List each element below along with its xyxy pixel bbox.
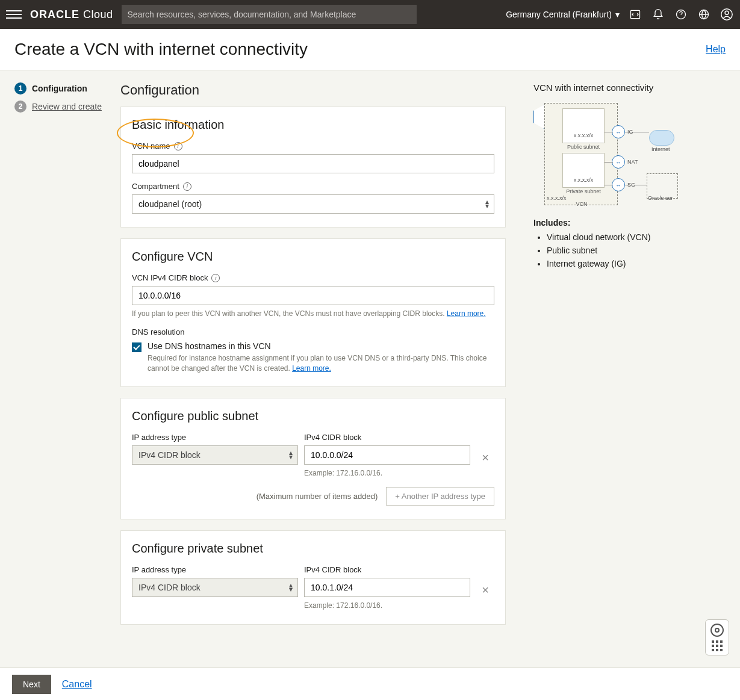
page-title-row: Create a VCN with internet connectivity … (0, 29, 740, 70)
chevron-down-icon: ▾ (615, 10, 620, 19)
step-label: Review and create (32, 102, 102, 111)
footer-bar: Next Cancel (0, 667, 740, 673)
vcn-cidr-label: VCN IPv4 CIDR block (132, 273, 208, 282)
dns-checkbox[interactable] (132, 342, 141, 352)
diagram-label: Oracle ser (648, 195, 673, 201)
step-review[interactable]: 2 Review and create (14, 101, 120, 113)
card-private-subnet: Configure private subnet IP address type… (120, 530, 506, 625)
chevron-updown-icon: ▴▾ (485, 200, 489, 208)
help-link[interactable]: Help (706, 44, 726, 55)
learn-more-link[interactable]: Learn more. (292, 364, 331, 373)
cloud-icon (649, 130, 674, 146)
vcn-diagram: x.x.x.x/x Public subnet x.x.x.x/x Privat… (533, 100, 678, 208)
compartment-select[interactable]: cloudpanel (root) ▴▾ (132, 194, 494, 214)
cidr-label: IPv4 CIDR block (304, 565, 361, 574)
step-label: Configuration (32, 84, 87, 93)
field-dns: DNS resolution Use DNS hostnames in this… (132, 327, 494, 374)
diagram-label: x.x.x.x/x (547, 195, 583, 201)
public-cidr-input[interactable] (304, 445, 470, 465)
info-icon[interactable]: i (211, 274, 220, 282)
bell-icon[interactable] (651, 7, 665, 22)
lifering-icon (710, 624, 724, 637)
chevron-updown-icon: ▴▾ (289, 583, 293, 592)
remove-row-icon[interactable]: × (476, 451, 494, 465)
region-label: Germany Central (Frankfurt) (506, 10, 612, 19)
globe-icon[interactable] (697, 7, 711, 22)
dns-helper: Required for instance hostname assignmen… (148, 353, 494, 374)
diagram-label: x.x.x.x/x (564, 132, 603, 138)
right-sidebar: VCN with internet connectivity x.x.x.x/x… (533, 82, 678, 625)
card-heading: Configure private subnet (132, 542, 494, 556)
help-float-button[interactable] (705, 619, 729, 655)
subnet-row: IP address type IPv4 CIDR block ▴▾ IPv4 … (132, 433, 494, 479)
diagram-label: NAT (627, 159, 638, 165)
content-column: Configuration Basic information VCN name… (120, 82, 506, 625)
card-heading: Configure public subnet (132, 409, 494, 423)
gateway-icon: ↔ (612, 178, 625, 191)
list-item: Virtual cloud network (VCN) (547, 232, 678, 242)
gateway-icon: ↔ (612, 155, 625, 169)
help-icon[interactable] (674, 7, 688, 22)
oracle-cloud-logo[interactable]: ORACLE Cloud (30, 8, 113, 21)
example-text: Example: 172.16.0.0/16. (304, 468, 470, 479)
dns-heading: DNS resolution (132, 327, 184, 336)
section-title: Configuration (120, 82, 506, 98)
vcn-cidr-input[interactable] (132, 286, 494, 305)
steps-nav: 1 Configuration 2 Review and create (14, 82, 120, 625)
ip-type-select[interactable]: IPv4 CIDR block ▴▾ (132, 445, 298, 465)
diagram-label: x.x.x.x/x (564, 177, 603, 183)
example-text: Example: 172.16.0.0/16. (304, 601, 470, 611)
list-item: Public subnet (547, 246, 678, 255)
compartment-label: Compartment (132, 182, 179, 191)
card-heading: Basic information (132, 118, 494, 132)
search-input[interactable] (122, 5, 417, 24)
includes-title: Includes: (533, 218, 678, 228)
info-icon[interactable]: i (174, 142, 182, 150)
private-cidr-input[interactable] (304, 578, 470, 597)
add-ip-type-button[interactable]: + Another IP address type (386, 487, 494, 506)
learn-more-link[interactable]: Learn more. (447, 309, 486, 318)
dns-check-label: Use DNS hostnames in this VCN (148, 341, 494, 351)
brand-text: ORACLE (30, 8, 79, 21)
subnet-row: IP address type IPv4 CIDR block ▴▾ IPv4 … (132, 565, 494, 611)
vcn-name-label: VCN name (132, 141, 170, 150)
card-public-subnet: Configure public subnet IP address type … (120, 398, 506, 519)
menu-icon[interactable] (6, 10, 22, 19)
ip-type-value: IPv4 CIDR block (138, 450, 201, 460)
chevron-updown-icon: ▴▾ (289, 451, 293, 459)
list-item: Internet gateway (IG) (547, 259, 678, 268)
field-vcn-name: VCN name i (132, 141, 494, 173)
search-wrap (122, 5, 417, 24)
dev-tools-icon[interactable] (628, 7, 642, 22)
helper-text: If you plan to peer this VCN with anothe… (132, 309, 447, 318)
info-icon[interactable]: i (183, 182, 191, 191)
vcn-name-input[interactable] (132, 154, 494, 173)
remove-row-icon[interactable]: × (476, 583, 494, 597)
card-basic-information: Basic information VCN name i Compartment… (120, 107, 506, 228)
ip-type-select[interactable]: IPv4 CIDR block ▴▾ (132, 578, 298, 597)
user-icon[interactable] (720, 7, 734, 22)
top-navbar: ORACLE Cloud Germany Central (Frankfurt)… (0, 0, 740, 29)
diagram-label: Internet (651, 146, 670, 152)
step-number: 2 (14, 101, 26, 113)
product-text: Cloud (83, 8, 113, 21)
card-configure-vcn: Configure VCN VCN IPv4 CIDR block i If y… (120, 238, 506, 387)
region-selector[interactable]: Germany Central (Frankfurt) ▾ (506, 10, 620, 19)
sidebar-title: VCN with internet connectivity (533, 82, 678, 93)
card-heading: Configure VCN (132, 250, 494, 264)
step-configuration[interactable]: 1 Configuration (14, 82, 120, 94)
ip-type-label: IP address type (132, 565, 186, 574)
includes-list: Virtual cloud network (VCN) Public subne… (533, 232, 678, 268)
gateway-icon: ↔ (612, 125, 625, 138)
page-title: Create a VCN with internet connectivity (14, 40, 308, 59)
main-layout: 1 Configuration 2 Review and create Conf… (0, 70, 740, 673)
ip-type-value: IPv4 CIDR block (138, 583, 201, 592)
grid-icon (712, 640, 723, 651)
diagram-label: VCN (570, 201, 594, 207)
compartment-value: cloudpanel (root) (138, 199, 202, 209)
field-compartment: Compartment i cloudpanel (root) ▴▾ (132, 182, 494, 214)
field-vcn-cidr: VCN IPv4 CIDR block i If you plan to pee… (132, 273, 494, 319)
diagram-label: Private subnet (562, 188, 605, 194)
max-items-note: (Maximum number of items added) (257, 492, 378, 501)
diagram-label: Public subnet (562, 144, 605, 150)
